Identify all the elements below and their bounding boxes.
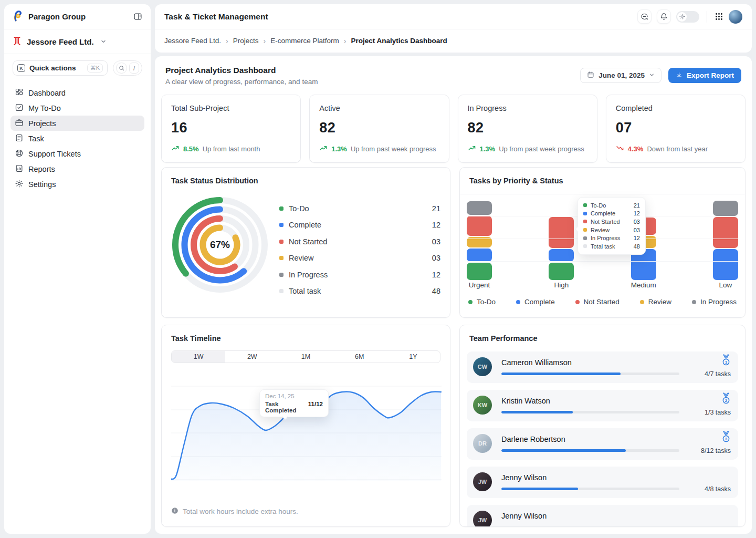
sidebar: Paragon Group Jessore Feed Ltd. K — [4, 4, 151, 534]
task-timeline-panel: Task Timeline 1W2W1M6M1Y Dec 14, 25 Task… — [161, 325, 450, 527]
member-name: Jenny Wilson — [501, 473, 547, 482]
stat-card-total-sub-project: Total Sub-Project168.5%Up from last mont… — [161, 95, 301, 163]
apps-grid-button[interactable] — [715, 12, 723, 21]
breadcrumb-item[interactable]: Projects — [233, 37, 259, 45]
bar-segment-complete — [467, 249, 492, 262]
sun-icon — [677, 12, 687, 22]
trend-up-icon — [468, 144, 476, 154]
legend-row: Review03 — [279, 250, 440, 267]
timeline-tab-1w[interactable]: 1W — [172, 351, 225, 363]
legend-dot — [575, 300, 580, 304]
export-label: Export Report — [687, 71, 734, 79]
legend-dot — [279, 256, 284, 260]
sidebar-item-dashboard[interactable]: Dashboard — [10, 85, 144, 100]
donut-chart: 67% — [170, 195, 270, 295]
download-icon — [676, 71, 682, 80]
timeline-tab-6m[interactable]: 6M — [333, 351, 386, 363]
member-progress-bar — [501, 411, 679, 413]
stat-value: 07 — [616, 120, 736, 136]
quick-actions-input[interactable]: K Quick actions ⌘K — [13, 60, 108, 76]
tooltip-row: Complete12 — [583, 210, 640, 218]
search-button[interactable] — [116, 63, 127, 74]
sidebar-collapse-button[interactable] — [133, 12, 142, 21]
legend-label: Review — [648, 298, 671, 306]
sidebar-item-task[interactable]: Task — [10, 131, 144, 146]
company-switcher[interactable]: Jessore Feed Ltd. — [4, 29, 151, 54]
stat-trend: 1.3%Up from past week progress — [468, 144, 587, 154]
sidebar-item-label: Reports — [28, 165, 55, 173]
sidebar-item-label: My To-Do — [28, 104, 61, 112]
medal-rank-1-icon: 1 — [720, 354, 732, 369]
team-member-row[interactable]: DRDarlene Robertson38/12 tasks — [467, 428, 738, 460]
timeline-tab-2w[interactable]: 2W — [225, 351, 279, 363]
sidebar-item-label: Projects — [28, 119, 56, 128]
quick-actions-shortcut: ⌘K — [87, 64, 103, 73]
divider — [460, 194, 745, 194]
member-progress-fill — [501, 449, 626, 452]
tooltip-chip — [583, 220, 587, 223]
top-bar-actions — [637, 9, 742, 24]
trend-percent: 1.3% — [480, 145, 496, 153]
team-rows: CWCameron Williamson14/7 tasksKWKristin … — [467, 351, 738, 527]
bar-high — [549, 195, 574, 280]
bar-category-label: High — [549, 281, 574, 289]
donut-center-label: 67% — [170, 195, 270, 295]
legend-label: Total task — [289, 287, 427, 295]
bar-category-label: Low — [713, 281, 738, 289]
date-picker[interactable]: June 01, 2025 — [580, 68, 662, 83]
company-name: Jessore Feed Ltd. — [27, 37, 94, 46]
sidebar-item-projects[interactable]: Projects — [10, 116, 144, 131]
breadcrumb-item[interactable]: Jessore Feed Ltd. — [164, 37, 221, 45]
member-avatar: DR — [473, 434, 492, 453]
legend-dot — [468, 300, 472, 304]
paragon-logo-icon — [13, 10, 23, 23]
tooltip-value: 12 — [634, 235, 640, 241]
task-status-panel: Task Status Distribution 67% To-Do21Comp… — [161, 167, 450, 318]
breadcrumb-separator: › — [344, 37, 346, 45]
timeline-tab-1m[interactable]: 1M — [279, 351, 332, 363]
tooltip-chip — [583, 244, 587, 248]
legend-row: To-Do21 — [279, 200, 440, 217]
team-member-row[interactable]: JWJenny Wilson4/8 tasks — [467, 467, 738, 498]
breadcrumb-item[interactable]: E-commerce Platform — [270, 37, 339, 45]
legend-dot — [279, 240, 284, 244]
sidebar-item-my-todo[interactable]: My To-Do — [10, 100, 144, 116]
timeline-tab-1y[interactable]: 1Y — [386, 351, 440, 363]
footnote-text: Total work hours include extra hours. — [183, 508, 298, 515]
member-avatar: CW — [473, 357, 492, 376]
todo-icon — [15, 103, 24, 113]
gear-icon — [15, 179, 24, 190]
trend-percent: 8.5% — [183, 145, 199, 153]
team-member-row[interactable]: KWKristin Watson21/3 tasks — [467, 390, 738, 421]
messages-button[interactable] — [637, 9, 652, 24]
legend-row: Complete12 — [279, 217, 440, 234]
sidebar-item-label: Task — [28, 134, 44, 143]
tooltip-label: Task Completed — [265, 401, 304, 413]
legend-dot — [279, 223, 284, 227]
tooltip-label: Total task — [591, 243, 630, 250]
bar-segment-not-started — [467, 216, 492, 236]
priority-status-panel: Tasks by Priority & Status UrgentHighMed… — [459, 167, 746, 318]
legend-value: 48 — [432, 287, 440, 295]
sidebar-item-reports[interactable]: Reports — [10, 161, 144, 177]
sidebar-item-support-tickets[interactable]: Support Tickets — [10, 146, 144, 161]
slash-key-button[interactable]: / — [129, 63, 139, 74]
notifications-button[interactable] — [657, 9, 671, 24]
sidebar-item-settings[interactable]: Settings — [10, 177, 144, 192]
member-progress-bar — [501, 373, 679, 375]
team-member-row[interactable]: JWJenny Wilson — [467, 505, 738, 527]
member-progress-bar — [501, 449, 679, 452]
team-member-row[interactable]: CWCameron Williamson14/7 tasks — [467, 351, 738, 383]
stat-trend: 1.3%Up from past week progress — [319, 144, 439, 154]
user-avatar[interactable] — [729, 10, 742, 24]
tooltip-row: Not Started03 — [583, 218, 640, 226]
tooltip-row: To-Do21 — [583, 201, 640, 210]
stat-value: 82 — [319, 120, 439, 136]
legend-row: Total task48 — [279, 283, 440, 300]
legend-value: 03 — [432, 254, 440, 262]
theme-toggle[interactable] — [676, 11, 699, 23]
dashboard-icon — [15, 88, 24, 98]
export-report-button[interactable]: Export Report — [668, 68, 741, 83]
legend-dot — [279, 273, 284, 277]
sidebar-item-label: Settings — [28, 180, 56, 189]
